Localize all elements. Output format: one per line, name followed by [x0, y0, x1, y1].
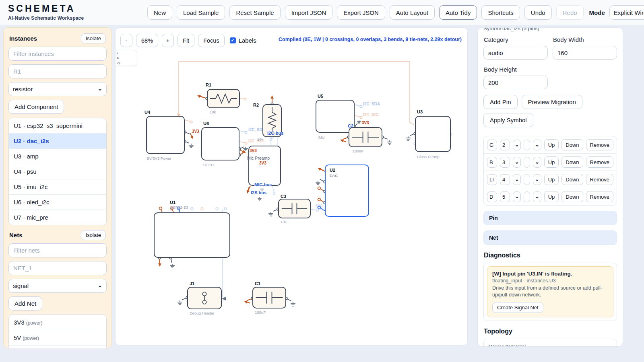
pin-section-bar[interactable]: Pin — [483, 211, 617, 225]
zoom-level-button[interactable]: 68% — [136, 34, 158, 47]
instance-name-input[interactable] — [8, 64, 107, 78]
export-json-button[interactable]: Export JSON — [337, 5, 385, 20]
instance-item-u3[interactable]: U3 · amp — [9, 149, 106, 164]
instance-item-u4[interactable]: U4 · psu — [9, 164, 106, 179]
mic-bus-net-label[interactable]: MIC-bus — [254, 182, 272, 187]
pin-extra-input[interactable] — [524, 191, 530, 202]
pin-kind-select[interactable]: ⌄ — [533, 191, 541, 202]
create-signal-net-button[interactable]: Create Signal Net — [492, 302, 543, 313]
load-sample-button[interactable]: Load Sample — [177, 5, 225, 20]
zoom-out-button[interactable]: - — [120, 34, 132, 47]
pin-up-button[interactable]: Up — [544, 156, 559, 168]
pin-extra-input[interactable] — [524, 140, 530, 150]
pin-down-button[interactable]: Down — [561, 156, 583, 168]
component-c3[interactable] — [278, 199, 311, 218]
pin-remove-button[interactable]: Remove — [586, 191, 613, 202]
instance-kind-select[interactable]: resistor ⌄ — [8, 82, 107, 96]
net-item-gnd[interactable]: GND(ground) — [9, 346, 106, 348]
pin-name-input[interactable] — [487, 191, 497, 202]
i2s-bus-net-label[interactable]: I2S bus — [251, 190, 266, 195]
nets-isolate-button[interactable]: Isolate — [81, 230, 106, 240]
header: SCHEMETA AI-Native Schematic Workspace N… — [0, 0, 644, 25]
pin-extra-input[interactable] — [524, 157, 530, 168]
instances-isolate-button[interactable]: Isolate — [81, 33, 106, 43]
net-item-3v3[interactable]: 3V3(power) — [9, 315, 106, 330]
pin-side-select[interactable]: ⌄ — [513, 191, 521, 202]
pin-name-input[interactable] — [487, 157, 497, 168]
auto-tidy-button[interactable]: Auto Tidy — [439, 5, 477, 20]
preview-migration-button[interactable]: Preview Migration — [522, 95, 582, 109]
filter-instances-input[interactable] — [8, 47, 107, 61]
schematic-canvas[interactable]: - 68% + Fit Focus ✓ Labels Compiled (0E,… — [115, 27, 468, 346]
pin-extra-input[interactable] — [524, 174, 530, 185]
pin-number-input[interactable] — [500, 191, 510, 202]
instance-item-u5[interactable]: U5 · imu_i2c — [9, 179, 106, 195]
filter-nets-input[interactable] — [8, 243, 107, 257]
pin-down-button[interactable]: Down — [561, 139, 583, 150]
component-j1[interactable] — [187, 287, 222, 309]
pin-number-input[interactable] — [500, 140, 510, 150]
shortcuts-button[interactable]: Shortcuts — [481, 5, 520, 20]
redo-button[interactable]: Redo — [556, 5, 584, 20]
component-c2[interactable] — [349, 127, 382, 147]
symbol-header: Symbol dac_i2s (5 pins) — [483, 27, 617, 31]
net-kind-select[interactable]: signal ⌄ — [8, 279, 107, 293]
add-component-button[interactable]: Add Component — [8, 100, 64, 114]
undo-button[interactable]: Undo — [524, 5, 552, 20]
focus-button[interactable]: Focus — [198, 34, 225, 47]
instance-item-u7[interactable]: U7 · mic_pre — [9, 210, 106, 225]
checkbox-checked-icon[interactable]: ✓ — [230, 37, 236, 43]
pin-remove-button[interactable]: Remove — [586, 139, 613, 150]
auto-layout-button[interactable]: Auto Layout — [390, 5, 435, 20]
pin-name-input[interactable] — [487, 174, 497, 185]
labels-toggle[interactable]: ✓ Labels — [230, 37, 256, 44]
component-u1[interactable] — [154, 212, 230, 258]
pin-down-button[interactable]: Down — [561, 191, 583, 202]
i2c-bus-net-label[interactable]: I2C-bus — [267, 131, 283, 136]
pin-number-input[interactable] — [500, 174, 510, 185]
chevron-down-icon: ⌄ — [515, 142, 519, 147]
net-section-bar[interactable]: Net — [483, 230, 617, 245]
pin-remove-button[interactable]: Remove — [586, 174, 613, 185]
component-u4[interactable] — [146, 116, 185, 154]
body-width-input[interactable] — [553, 46, 617, 60]
pin-up-button[interactable]: Up — [544, 174, 559, 185]
component-u6[interactable] — [201, 127, 239, 160]
instance-item-u1[interactable]: U1 · esp32_s3_supermini — [9, 118, 106, 134]
u5-value: IMU — [318, 135, 324, 140]
instance-item-u6[interactable]: U6 · oled_i2c — [9, 195, 106, 210]
pin-kind-select[interactable]: ⌄ — [533, 174, 541, 185]
u7-3v3-label: 3V3 — [259, 161, 266, 165]
net-name-input[interactable] — [8, 261, 107, 275]
component-u3[interactable] — [415, 116, 451, 152]
component-r1[interactable] — [207, 89, 240, 108]
add-net-button[interactable]: Add Net — [8, 296, 42, 311]
pin-name-input[interactable] — [487, 140, 497, 150]
component-c1[interactable] — [252, 287, 286, 309]
pin-kind-select[interactable]: ⌄ — [533, 140, 541, 150]
instances-list: U1 · esp32_s3_supermini U2 · dac_i2s U3 … — [8, 118, 107, 225]
chevron-down-icon: ⌄ — [535, 177, 539, 182]
import-json-button[interactable]: Import JSON — [285, 5, 333, 20]
pin-number-input[interactable] — [500, 157, 510, 168]
zoom-in-button[interactable]: + — [162, 34, 174, 47]
pin-side-select[interactable]: ⌄ — [513, 140, 521, 150]
body-height-input[interactable] — [483, 76, 548, 89]
net-item-5v[interactable]: 5V(power) — [9, 330, 106, 346]
pin-up-button[interactable]: Up — [544, 139, 559, 150]
fit-button[interactable]: Fit — [178, 34, 194, 47]
mode-select[interactable]: Explicit Wires ⌄ — [609, 5, 644, 20]
pin-kind-select[interactable]: ⌄ — [533, 157, 541, 168]
pin-side-select[interactable]: ⌄ — [513, 174, 521, 185]
u2-ref: U2 — [330, 168, 335, 173]
pin-remove-button[interactable]: Remove — [586, 156, 613, 168]
add-pin-button[interactable]: Add Pin — [483, 95, 518, 109]
reset-sample-button[interactable]: Reset Sample — [229, 5, 280, 20]
apply-symbol-button[interactable]: Apply Symbol — [483, 113, 533, 127]
pin-side-select[interactable]: ⌄ — [513, 157, 521, 168]
pin-up-button[interactable]: Up — [544, 191, 559, 202]
category-input[interactable] — [483, 46, 548, 60]
pin-down-button[interactable]: Down — [561, 174, 583, 185]
instance-item-u2[interactable]: U2 · dac_i2s — [9, 134, 106, 149]
new-button[interactable]: New — [147, 5, 172, 20]
